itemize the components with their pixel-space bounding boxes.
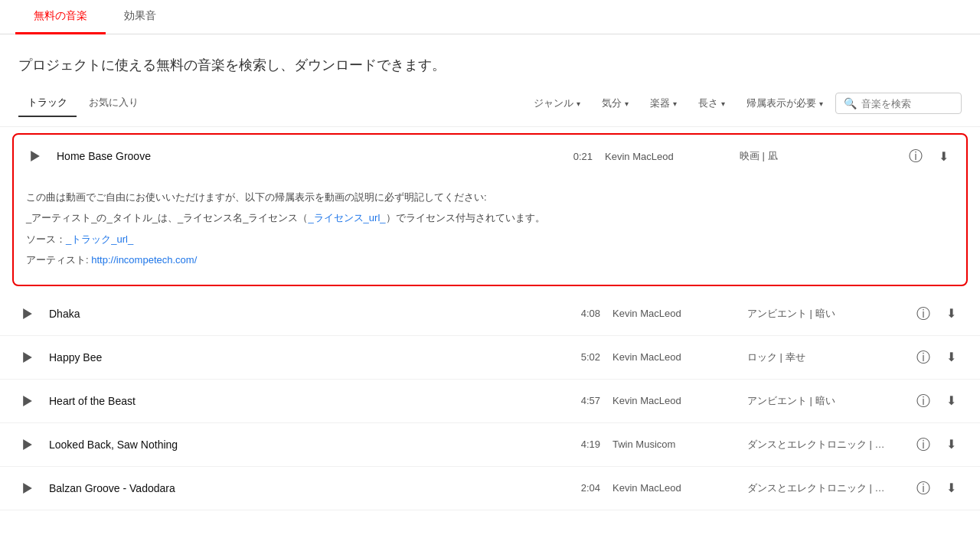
track-artist: Kevin MacLeod <box>612 395 735 406</box>
chevron-down-icon: ▾ <box>819 99 823 108</box>
track-duration: 5:02 <box>562 351 600 363</box>
download-button[interactable]: ⬇ <box>940 303 962 324</box>
download-button[interactable]: ⬇ <box>940 347 962 368</box>
svg-marker-1 <box>23 308 32 319</box>
info-button[interactable]: ⓘ <box>913 390 934 412</box>
track-genre: ダンスとエレクトロニック | … <box>747 438 900 452</box>
chevron-down-icon: ▾ <box>673 99 677 108</box>
play-button[interactable] <box>18 435 37 454</box>
filter-genre-btn[interactable]: ジャンル ▾ <box>524 92 590 115</box>
filter-length-btn[interactable]: 長さ ▾ <box>689 92 734 115</box>
track-genre: 映画 | 凪 <box>740 149 893 163</box>
license-url-link[interactable]: _ライセンス_url_ <box>308 212 385 223</box>
tab-free-music[interactable]: 無料の音楽 <box>15 0 106 34</box>
tab-sound-effects[interactable]: 効果音 <box>106 0 175 34</box>
track-title: Home Base Groove <box>57 150 542 162</box>
chevron-down-icon: ▾ <box>577 99 580 108</box>
track-duration: 2:04 <box>562 482 600 494</box>
filter-tab-tracks[interactable]: トラック <box>18 90 77 117</box>
track-actions: ⓘ ⬇ <box>913 478 962 499</box>
track-title: Dhaka <box>49 308 550 320</box>
track-duration: 4:19 <box>562 439 600 450</box>
track-actions: ⓘ ⬇ <box>913 434 962 455</box>
search-input[interactable] <box>861 98 953 109</box>
filter-instrument-btn[interactable]: 楽器 ▾ <box>641 92 686 115</box>
source-url-link[interactable]: _トラック_url_ <box>66 233 133 245</box>
track-list: Home Base Groove 0:21 Kevin MacLeod 映画 |… <box>0 133 980 510</box>
play-button[interactable] <box>18 348 37 367</box>
track-genre: ダンスとエレクトロニック | … <box>747 481 900 495</box>
track-duration: 4:08 <box>562 308 600 319</box>
filter-attribution-btn[interactable]: 帰属表示が必要 ▾ <box>737 92 832 115</box>
search-box: 🔍 <box>835 93 962 114</box>
track-artist: Kevin MacLeod <box>612 351 735 363</box>
track-artist: Kevin MacLeod <box>605 151 727 162</box>
license-description: この曲は動画でご自由にお使いいただけますが、以下の帰属表示を動画の説明に必ず明記… <box>26 188 954 206</box>
page-description: プロジェクトに使える無料の音楽を検索し、ダウンロードできます。 <box>0 34 980 90</box>
track-row: Dhaka 4:08 Kevin MacLeod アンビエント | 暗い ⓘ ⬇ <box>0 292 980 336</box>
download-button[interactable]: ⬇ <box>940 390 962 412</box>
track-expanded-info: この曲は動画でご自由にお使いいただけますが、以下の帰属表示を動画の説明に必ず明記… <box>26 179 954 272</box>
track-artist: Kevin MacLeod <box>612 308 735 319</box>
svg-marker-2 <box>23 352 32 363</box>
track-row: Home Base Groove 0:21 Kevin MacLeod 映画 |… <box>12 133 968 286</box>
tabs-container: 無料の音楽 効果音 <box>0 0 980 34</box>
track-genre: ロック | 幸せ <box>747 350 900 364</box>
info-button[interactable]: ⓘ <box>913 347 934 368</box>
track-title: Heart of the Beast <box>49 395 550 407</box>
chevron-down-icon: ▾ <box>625 99 629 108</box>
track-duration: 4:57 <box>562 395 600 406</box>
svg-marker-4 <box>23 439 32 450</box>
track-row: Balzan Groove - Vadodara 2:04 Kevin MacL… <box>0 467 980 510</box>
svg-marker-3 <box>23 396 32 406</box>
track-artist: Twin Musicom <box>612 439 735 450</box>
download-button[interactable]: ⬇ <box>940 434 962 455</box>
artist-url-link[interactable]: http://incompetech.com/ <box>91 254 197 266</box>
filter-bar: トラック お気に入り ジャンル ▾ 気分 ▾ 楽器 ▾ 長さ ▾ 帰属表示が必要… <box>0 90 980 127</box>
track-title: Happy Bee <box>49 351 550 364</box>
svg-marker-0 <box>31 151 40 161</box>
track-artist: Kevin MacLeod <box>612 482 735 494</box>
chevron-down-icon: ▾ <box>721 99 725 108</box>
play-button[interactable] <box>18 479 37 497</box>
play-button[interactable] <box>18 392 37 410</box>
info-button[interactable]: ⓘ <box>913 478 934 499</box>
license-format: _アーティスト_の_タイトル_は、_ライセンス名_ライセンス（_ライセンス_ur… <box>26 209 954 227</box>
info-button[interactable]: ⓘ <box>913 303 934 324</box>
source-line: ソース：_トラック_url_ <box>26 230 954 248</box>
track-row: Happy Bee 5:02 Kevin MacLeod ロック | 幸せ ⓘ … <box>0 336 980 380</box>
track-actions: ⓘ ⬇ <box>913 347 962 368</box>
artist-line: アーティスト: http://incompetech.com/ <box>26 251 954 269</box>
filter-mood-btn[interactable]: 気分 ▾ <box>593 92 638 115</box>
track-genre: アンビエント | 暗い <box>747 307 900 321</box>
filter-tab-favorites[interactable]: お気に入り <box>80 90 148 117</box>
search-icon: 🔍 <box>844 97 857 109</box>
tabs-bar: 無料の音楽 効果音 <box>0 0 980 34</box>
track-title: Balzan Groove - Vadodara <box>49 482 550 494</box>
info-button[interactable]: ⓘ <box>913 434 934 455</box>
track-actions: ⓘ ⬇ <box>913 390 962 412</box>
download-button[interactable]: ⬇ <box>933 145 954 167</box>
track-actions: ⓘ ⬇ <box>913 303 962 324</box>
play-button[interactable] <box>18 305 37 323</box>
track-duration: 0:21 <box>554 151 593 162</box>
play-button[interactable] <box>26 147 44 165</box>
track-genre: アンビエント | 暗い <box>747 394 900 408</box>
track-row: Heart of the Beast 4:57 Kevin MacLeod アン… <box>0 380 980 423</box>
info-button[interactable]: ⓘ <box>905 145 926 167</box>
track-expanded-top: Home Base Groove 0:21 Kevin MacLeod 映画 |… <box>26 145 954 167</box>
download-button[interactable]: ⬇ <box>940 478 962 499</box>
track-actions: ⓘ ⬇ <box>905 145 954 167</box>
svg-marker-5 <box>23 483 32 494</box>
track-row: Looked Back, Saw Nothing 4:19 Twin Music… <box>0 423 980 467</box>
track-title: Looked Back, Saw Nothing <box>49 439 550 451</box>
